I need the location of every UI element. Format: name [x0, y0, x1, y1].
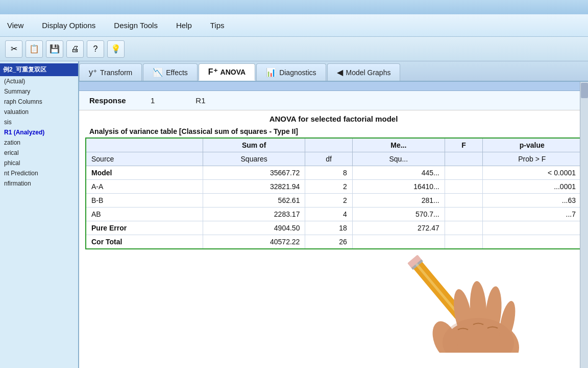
td-f-ab [445, 208, 483, 221]
svg-point-6 [443, 319, 519, 353]
td-source-pure-error: Pure Error [86, 221, 203, 235]
anova-subtitle: Analysis of variance table [Classical su… [79, 125, 588, 137]
diagnostics-icon: 📊 [266, 67, 276, 77]
td-f-model [445, 166, 483, 180]
th-mean-sq: Squ... [352, 152, 445, 166]
td-sumsq-ab: 2283.17 [203, 208, 305, 221]
th-pvalue: p-value [483, 138, 581, 152]
tip-button[interactable]: 💡 [107, 40, 125, 58]
table-header-row2: Source Squares df Squ... Prob > F [86, 152, 581, 166]
table-row: Model 35667.72 8 445... < 0.0001 [86, 166, 581, 180]
td-f-pure-error [445, 221, 483, 235]
td-source-cor-total: Cor Total [86, 235, 203, 249]
td-source-aa: A-A [86, 180, 203, 194]
td-pvalue-model: < 0.0001 [483, 166, 581, 180]
save-button[interactable]: 💾 [46, 40, 63, 58]
td-f-aa [445, 180, 483, 194]
main-layout: 例2_可重复双区 (Actual) Summary raph Columns v… [0, 61, 588, 368]
tab-model-graphs-label: Model Graphs [346, 68, 391, 77]
anova-content: Response 1 R1 ANOVA for selected factori… [79, 82, 588, 368]
td-meansq-cor-total [352, 235, 445, 249]
svg-point-7 [428, 318, 462, 353]
tab-anova[interactable]: F⁺ ANOVA [199, 63, 255, 81]
cut-button[interactable]: ✂ [5, 40, 22, 58]
td-pvalue-bb: ...63 [483, 194, 581, 208]
tab-bar: y⁺ Transform 📉 Effects F⁺ ANOVA 📊 Diagno… [79, 61, 588, 82]
th-f-val [445, 152, 483, 166]
effects-icon: 📉 [153, 67, 163, 77]
scrollbar[interactable] [580, 82, 588, 368]
sidebar-item-summary[interactable]: Summary [0, 86, 78, 97]
td-f-cor-total [445, 235, 483, 249]
menu-design-tools[interactable]: Design Tools [111, 19, 161, 32]
svg-marker-2 [471, 329, 482, 341]
sidebar-item-r1-analyzed[interactable]: R1 (Analyzed) [0, 127, 78, 137]
td-sumsq-model: 35667.72 [203, 166, 305, 180]
td-f-bb [445, 194, 483, 208]
td-df-ab: 4 [305, 208, 352, 221]
help-button[interactable]: ? [87, 40, 104, 58]
tab-diagnostics-label: Diagnostics [279, 68, 316, 77]
col-header-row [79, 82, 588, 91]
th-source-empty [86, 138, 203, 152]
svg-rect-0 [411, 259, 473, 329]
print-button[interactable]: 🖨 [66, 40, 84, 58]
td-df-cor-total: 26 [305, 235, 352, 249]
tab-model-graphs[interactable]: ◀ Model Graphs [327, 63, 401, 81]
th-prob-f: Prob > F [483, 152, 581, 166]
sidebar-item-actual[interactable]: (Actual) [0, 76, 78, 86]
svg-point-9 [469, 281, 488, 338]
sidebar-item-graph-columns[interactable]: raph Columns [0, 97, 78, 107]
th-df: df [305, 152, 352, 166]
th-df-empty [305, 138, 352, 152]
tab-transform[interactable]: y⁺ Transform [79, 63, 142, 81]
svg-point-10 [484, 286, 504, 338]
td-source-bb: B-B [86, 194, 203, 208]
anova-table: Sum of Me... F p-value Source Squares df… [85, 137, 582, 249]
table-row: Pure Error 4904.50 18 272.47 [86, 221, 581, 235]
th-source: Source [86, 152, 203, 166]
td-pvalue-ab: ...7 [483, 208, 581, 221]
tab-diagnostics[interactable]: 📊 Diagnostics [256, 63, 326, 81]
sidebar: 例2_可重复双区 (Actual) Summary raph Columns v… [0, 61, 79, 368]
svg-rect-4 [411, 259, 423, 270]
th-squares: Squares [203, 152, 305, 166]
copy-button[interactable]: 📋 [26, 40, 43, 58]
table-row: A-A 32821.94 2 16410... ...0001 [86, 180, 581, 194]
sidebar-item-phical[interactable]: phical [0, 158, 78, 168]
menu-help[interactable]: Help [173, 19, 195, 32]
svg-point-12 [443, 318, 514, 353]
response-num: 1 [151, 96, 155, 105]
anova-title: ANOVA for selected factorial model [79, 110, 588, 125]
td-meansq-aa: 16410... [352, 180, 445, 194]
title-bar [0, 0, 588, 14]
menu-bar: View Display Options Design Tools Help T… [0, 14, 588, 37]
sidebar-item-confirmation[interactable]: nfirmation [0, 178, 78, 189]
td-meansq-pure-error: 272.47 [352, 221, 445, 235]
sidebar-item-evaluation[interactable]: valuation [0, 107, 78, 117]
menu-view[interactable]: View [4, 19, 27, 32]
table-row: Cor Total 40572.22 26 [86, 235, 581, 249]
toolbar: ✂ 📋 💾 🖨 ? 💡 [0, 37, 588, 61]
tab-effects[interactable]: 📉 Effects [143, 63, 198, 81]
transform-icon: y⁺ [89, 67, 97, 77]
sidebar-item-prediction[interactable]: nt Prediction [0, 168, 78, 178]
scrollbar-thumb[interactable] [581, 83, 588, 98]
td-source-ab: AB [86, 208, 203, 221]
menu-display-options[interactable]: Display Options [39, 19, 99, 32]
sidebar-item-erical[interactable]: erical [0, 148, 78, 158]
svg-point-11 [497, 300, 519, 344]
tab-anova-label: ANOVA [220, 68, 246, 76]
td-meansq-ab: 570.7... [352, 208, 445, 221]
td-df-model: 8 [305, 166, 352, 180]
td-sumsq-cor-total: 40572.22 [203, 235, 305, 249]
td-source-model: Model [86, 166, 203, 180]
menu-tips[interactable]: Tips [207, 19, 228, 32]
sidebar-item-sis[interactable]: sis [0, 117, 78, 127]
svg-rect-5 [415, 263, 468, 325]
td-df-pure-error: 18 [305, 221, 352, 235]
td-pvalue-cor-total [483, 235, 581, 249]
svg-rect-3 [407, 255, 422, 268]
sidebar-item-zation[interactable]: zation [0, 137, 78, 148]
th-mean-sq-label: Me... [352, 138, 445, 152]
